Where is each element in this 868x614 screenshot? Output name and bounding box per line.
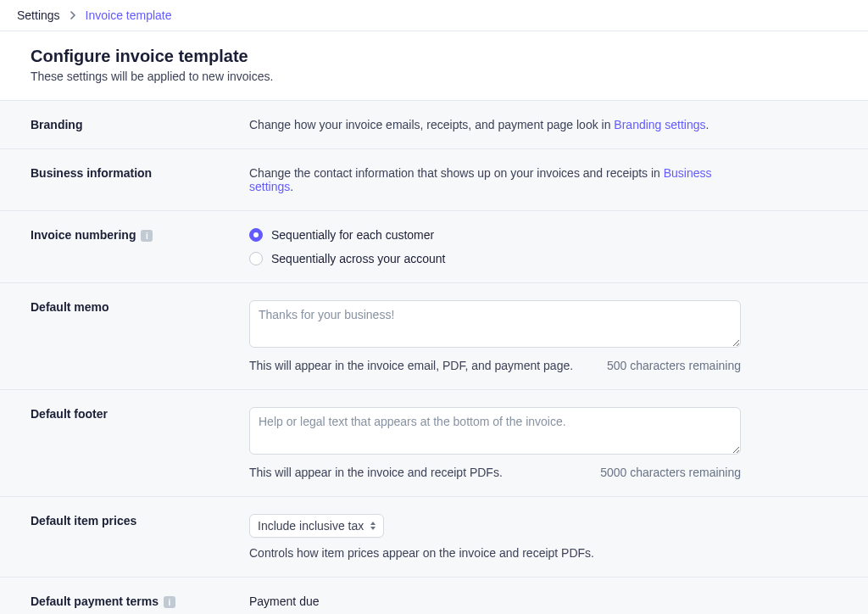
section-label-numbering: Invoice numbering i: [31, 228, 249, 265]
item-prices-help: Controls how item prices appear on the i…: [249, 546, 741, 560]
memo-remaining: 500 characters remaining: [607, 359, 741, 372]
section-body-footer: This will appear in the invoice and rece…: [249, 407, 741, 479]
section-body-memo: This will appear in the invoice email, P…: [249, 300, 741, 372]
section-footer: Default footer This will appear in the i…: [0, 390, 868, 497]
info-icon[interactable]: i: [141, 230, 153, 242]
section-body-numbering: Sequentially for each customer Sequentia…: [249, 228, 741, 265]
page-title: Configure invoice template: [31, 47, 837, 66]
radio-row-across-account[interactable]: Sequentially across your account: [249, 252, 741, 265]
branding-settings-link[interactable]: Branding settings: [614, 118, 705, 131]
payment-terms-field-title: Payment due: [249, 594, 741, 608]
section-label-business: Business information: [31, 166, 249, 193]
section-numbering: Invoice numbering i Sequentially for eac…: [0, 211, 868, 283]
payment-terms-label-text: Default payment terms: [31, 594, 159, 608]
section-label-item-prices: Default item prices: [31, 514, 249, 560]
footer-textarea[interactable]: [249, 407, 741, 455]
item-prices-select[interactable]: Include inclusive tax: [249, 514, 384, 538]
section-item-prices: Default item prices Include inclusive ta…: [0, 497, 868, 578]
breadcrumb: Settings Invoice template: [0, 0, 868, 31]
memo-textarea[interactable]: [249, 300, 741, 348]
branding-text-before: Change how your invoice emails, receipts…: [249, 118, 614, 131]
radio-label-per-customer: Sequentially for each customer: [271, 228, 434, 242]
section-payment-terms: Default payment terms i Payment due days…: [0, 578, 868, 614]
section-memo: Default memo This will appear in the inv…: [0, 283, 868, 390]
info-icon[interactable]: i: [164, 596, 175, 608]
breadcrumb-current: Invoice template: [86, 8, 172, 22]
radio-row-per-customer[interactable]: Sequentially for each customer: [249, 228, 741, 242]
section-body-business: Change the contact information that show…: [249, 166, 741, 193]
section-branding: Branding Change how your invoice emails,…: [0, 101, 868, 149]
item-prices-select-value: Include inclusive tax: [258, 519, 364, 533]
content-area: Configure invoice template These setting…: [0, 31, 868, 614]
numbering-label-text: Invoice numbering: [31, 228, 136, 242]
footer-help: This will appear in the invoice and rece…: [249, 466, 503, 479]
section-body-branding: Change how your invoice emails, receipts…: [249, 118, 741, 131]
footer-remaining: 5000 characters remaining: [600, 466, 741, 479]
radio-label-across-account: Sequentially across your account: [271, 252, 445, 265]
branding-text-after: .: [706, 118, 709, 131]
section-label-branding: Branding: [31, 118, 249, 131]
section-label-footer: Default footer: [31, 407, 249, 479]
section-body-payment-terms: Payment due days after invoice is sent: [249, 594, 741, 614]
page-header: Configure invoice template These setting…: [0, 31, 868, 101]
section-label-memo: Default memo: [31, 300, 249, 372]
business-text-after: .: [290, 180, 293, 193]
page-subtitle: These settings will be applied to new in…: [31, 70, 837, 83]
section-business: Business information Change the contact …: [0, 149, 868, 211]
business-text-before: Change the contact information that show…: [249, 166, 664, 180]
chevron-right-icon: [69, 11, 77, 20]
radio-across-account[interactable]: [249, 252, 263, 265]
section-body-item-prices: Include inclusive tax Controls how item …: [249, 514, 741, 560]
select-arrows-icon: [370, 522, 376, 530]
radio-per-customer[interactable]: [249, 228, 263, 242]
section-label-payment-terms: Default payment terms i: [31, 594, 249, 614]
memo-help: This will appear in the invoice email, P…: [249, 359, 573, 372]
breadcrumb-parent-link[interactable]: Settings: [17, 8, 60, 22]
